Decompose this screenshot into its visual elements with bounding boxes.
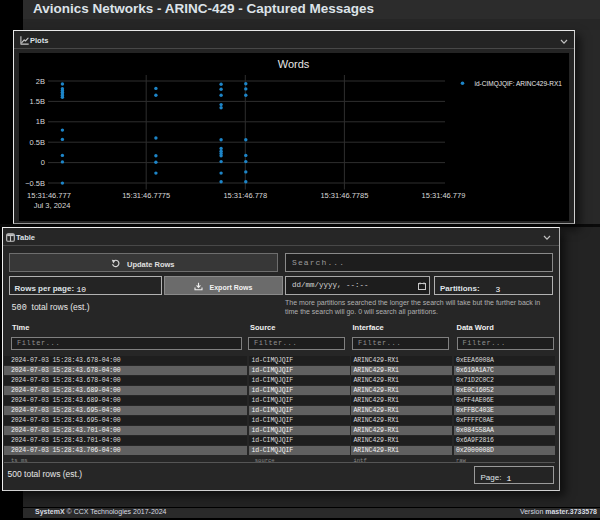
svg-text:1.5B: 1.5B [30, 97, 45, 106]
svg-text:15:31:46.7775: 15:31:46.7775 [122, 191, 170, 200]
svg-text:0.5B: 0.5B [30, 138, 45, 147]
svg-text:−0.5B: −0.5B [25, 179, 45, 188]
svg-text:15:31:46.7785: 15:31:46.7785 [320, 191, 368, 200]
svg-text:0: 0 [41, 158, 45, 167]
svg-text:15:31:46.777: 15:31:46.777 [27, 191, 71, 200]
svg-text:1B: 1B [36, 117, 45, 126]
svg-text:id-CIMQJQIF: ARINC429-RX1: id-CIMQJQIF: ARINC429-RX1 [475, 80, 563, 88]
svg-text:Words: Words [278, 58, 310, 70]
svg-text:Jul 3, 2024: Jul 3, 2024 [34, 201, 71, 210]
svg-text:15:31:46.779: 15:31:46.779 [422, 191, 466, 200]
svg-text:2B: 2B [36, 77, 45, 86]
svg-text:15:31:46.778: 15:31:46.778 [223, 191, 267, 200]
